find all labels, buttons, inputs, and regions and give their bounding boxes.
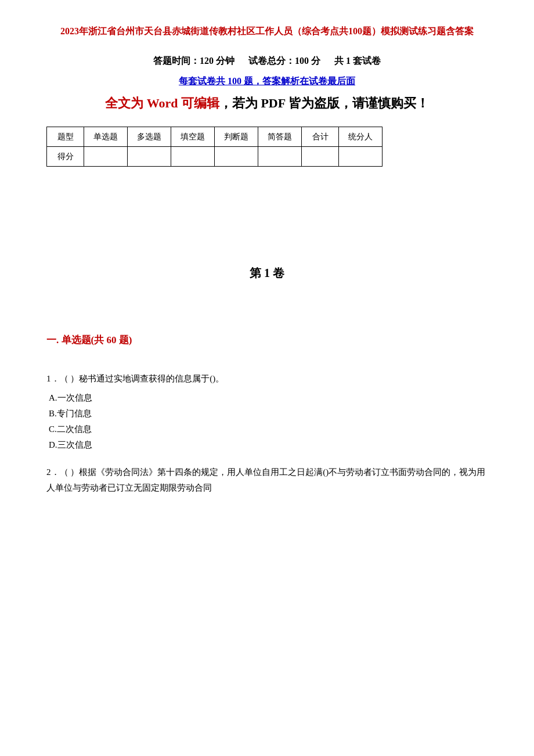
notice-line: 每套试卷共 100 题，答案解析在试卷最后面	[46, 75, 488, 88]
spacer4	[46, 359, 488, 371]
question-1-options: A.一次信息 B.专门信息 C.二次信息 D.三次信息	[49, 390, 488, 453]
notice-text: 每套试卷共 100 题，答案解析在试卷最后面	[179, 76, 355, 86]
score-heji	[302, 147, 339, 167]
score-jianda	[258, 147, 302, 167]
score-label: 试卷总分：100 分	[248, 56, 320, 66]
question-2: 2．（ ）根据《劳动合同法》第十四条的规定，用人单位自用工之日起满()不与劳动者…	[46, 465, 488, 496]
question-2-number: 2．	[46, 467, 60, 477]
exam-info-line: 答题时间：120 分钟 试卷总分：100 分 共 1 套试卷	[46, 55, 488, 67]
col-tongfen: 统分人	[339, 127, 383, 147]
col-heji: 合计	[302, 127, 339, 147]
q1-option-a: A.一次信息	[49, 390, 488, 406]
spacer2	[46, 207, 488, 231]
q1-option-d: D.三次信息	[49, 437, 488, 453]
section1-header: 一. 单选题(共 60 题)	[46, 333, 488, 347]
warning-part2: ，若为 PDF 皆为盗版，请谨慎购买！	[219, 96, 429, 110]
question-2-text: 2．（ ）根据《劳动合同法》第十四条的规定，用人单位自用工之日起满()不与劳动者…	[46, 465, 488, 496]
question-1-text: 1．（ ）秘书通过实地调查获得的信息属于()。	[46, 371, 488, 387]
score-table-header-row: 题型 单选题 多选题 填空题 判断题 简答题 合计 统分人	[47, 127, 383, 147]
question-2-body: 根据《劳动合同法》第十四条的规定，用人单位自用工之日起满()不与劳动者订立书面劳…	[46, 467, 485, 492]
score-danxuan	[84, 147, 128, 167]
score-tiankong	[171, 147, 215, 167]
warning-part1: 全文为 Word 可编辑	[105, 96, 219, 110]
col-panduan: 判断题	[215, 127, 258, 147]
question-1-prefix: （ ）	[60, 374, 80, 383]
main-title: 2023年浙江省台州市天台县赤城街道传教村社区工作人员（综合考点共100题）模拟…	[46, 23, 488, 39]
spacer3	[46, 310, 488, 333]
score-panduan	[215, 147, 258, 167]
question-1-body: 秘书通过实地调查获得的信息属于()。	[79, 374, 224, 383]
score-tongfen	[339, 147, 383, 167]
col-duoxuan: 多选题	[128, 127, 171, 147]
row-defen-label: 得分	[47, 147, 84, 167]
question-1-number: 1．	[46, 374, 60, 383]
score-duoxuan	[128, 147, 171, 167]
warning-line: 全文为 Word 可编辑，若为 PDF 皆为盗版，请谨慎购买！	[46, 93, 488, 113]
score-table-data-row: 得分	[47, 147, 383, 167]
col-tixing: 题型	[47, 127, 84, 147]
title-section: 2023年浙江省台州市天台县赤城街道传教村社区工作人员（综合考点共100题）模拟…	[46, 23, 488, 39]
sets-label: 共 1 套试卷	[334, 56, 381, 66]
question-2-prefix: （ ）	[60, 467, 80, 477]
time-label: 答题时间：120 分钟	[153, 56, 234, 66]
score-table-wrapper: 题型 单选题 多选题 填空题 判断题 简答题 合计 统分人 得分	[46, 127, 488, 167]
col-jianda: 简答题	[258, 127, 302, 147]
question-1: 1．（ ）秘书通过实地调查获得的信息属于()。 A.一次信息 B.专门信息 C.…	[46, 371, 488, 453]
score-table: 题型 单选题 多选题 填空题 判断题 简答题 合计 统分人 得分	[46, 127, 383, 167]
volume-label: 第 1 卷	[46, 265, 488, 281]
col-danxuan: 单选题	[84, 127, 128, 147]
spacer1	[46, 184, 488, 207]
q1-option-b: B.专门信息	[49, 406, 488, 422]
q1-option-c: C.二次信息	[49, 422, 488, 437]
col-tiankong: 填空题	[171, 127, 215, 147]
